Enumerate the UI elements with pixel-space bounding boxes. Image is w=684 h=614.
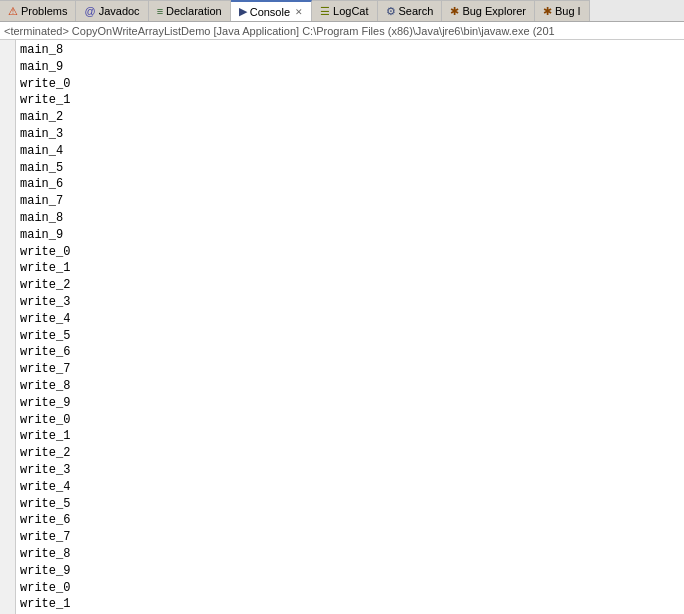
- console-line: write_4: [20, 311, 680, 328]
- console-line: write_6: [20, 512, 680, 529]
- console-line: write_0: [20, 244, 680, 261]
- search-icon: ⚙: [386, 5, 396, 18]
- console-line: write_5: [20, 328, 680, 345]
- content-area: main_8main_9write_0write_1main_2main_3ma…: [16, 40, 684, 614]
- tab-logcat[interactable]: ☰LogCat: [312, 0, 377, 22]
- tab-problems[interactable]: ⚠Problems: [0, 0, 76, 22]
- console-line: main_8: [20, 210, 680, 227]
- main-wrapper: main_8main_9write_0write_1main_2main_3ma…: [0, 40, 684, 614]
- tab-bugexplorer[interactable]: ✱Bug Explorer: [442, 0, 535, 22]
- tab-label-javadoc: Javadoc: [99, 5, 140, 17]
- console-line: write_8: [20, 378, 680, 395]
- console-icon: ▶: [239, 5, 247, 18]
- console-line: write_7: [20, 361, 680, 378]
- bugexplorer-icon: ✱: [450, 5, 459, 18]
- gutter-area: [0, 40, 16, 614]
- bugI-icon: ✱: [543, 5, 552, 18]
- tab-search[interactable]: ⚙Search: [378, 0, 443, 22]
- console-line: write_3: [20, 294, 680, 311]
- console-line: write_8: [20, 546, 680, 563]
- tab-close-console[interactable]: ✕: [295, 7, 303, 17]
- console-line: main_3: [20, 126, 680, 143]
- console-line: write_7: [20, 529, 680, 546]
- console-line: write_1: [20, 428, 680, 445]
- console-line: write_0: [20, 412, 680, 429]
- tab-label-logcat: LogCat: [333, 5, 368, 17]
- declaration-icon: ≡: [157, 5, 163, 17]
- console-line: main_4: [20, 143, 680, 160]
- console-line: main_8: [20, 42, 680, 59]
- tab-label-console: Console: [250, 6, 290, 18]
- javadoc-icon: @: [84, 5, 95, 17]
- console-line: main_9: [20, 59, 680, 76]
- tab-javadoc[interactable]: @Javadoc: [76, 0, 148, 22]
- tab-label-bugI: Bug I: [555, 5, 581, 17]
- console-line: write_1: [20, 596, 680, 613]
- console-line: main_5: [20, 160, 680, 177]
- tab-bugI[interactable]: ✱Bug I: [535, 0, 590, 22]
- tab-label-bugexplorer: Bug Explorer: [462, 5, 526, 17]
- console-line: main_7: [20, 193, 680, 210]
- console-line: write_1: [20, 92, 680, 109]
- tab-bar: ⚠Problems@Javadoc≡Declaration▶Console✕☰L…: [0, 0, 684, 22]
- console-output[interactable]: main_8main_9write_0write_1main_2main_3ma…: [16, 40, 684, 614]
- tab-label-declaration: Declaration: [166, 5, 222, 17]
- console-line: main_6: [20, 176, 680, 193]
- status-text: <terminated> CopyOnWriteArrayListDemo [J…: [4, 25, 555, 37]
- console-line: write_1: [20, 260, 680, 277]
- console-line: main_2: [20, 109, 680, 126]
- console-line: write_2: [20, 277, 680, 294]
- tab-console[interactable]: ▶Console✕: [231, 0, 312, 22]
- console-line: write_0: [20, 580, 680, 597]
- problems-icon: ⚠: [8, 5, 18, 18]
- status-bar: <terminated> CopyOnWriteArrayListDemo [J…: [0, 22, 684, 40]
- tab-declaration[interactable]: ≡Declaration: [149, 0, 231, 22]
- console-line: write_4: [20, 479, 680, 496]
- tab-label-problems: Problems: [21, 5, 67, 17]
- console-line: write_9: [20, 563, 680, 580]
- console-line: write_2: [20, 445, 680, 462]
- logcat-icon: ☰: [320, 5, 330, 18]
- console-line: write_0: [20, 76, 680, 93]
- console-line: main_9: [20, 227, 680, 244]
- tab-label-search: Search: [399, 5, 434, 17]
- console-line: write_5: [20, 496, 680, 513]
- ide-window: ⚠Problems@Javadoc≡Declaration▶Console✕☰L…: [0, 0, 684, 614]
- console-line: write_9: [20, 395, 680, 412]
- console-line: write_3: [20, 462, 680, 479]
- console-line: write_6: [20, 344, 680, 361]
